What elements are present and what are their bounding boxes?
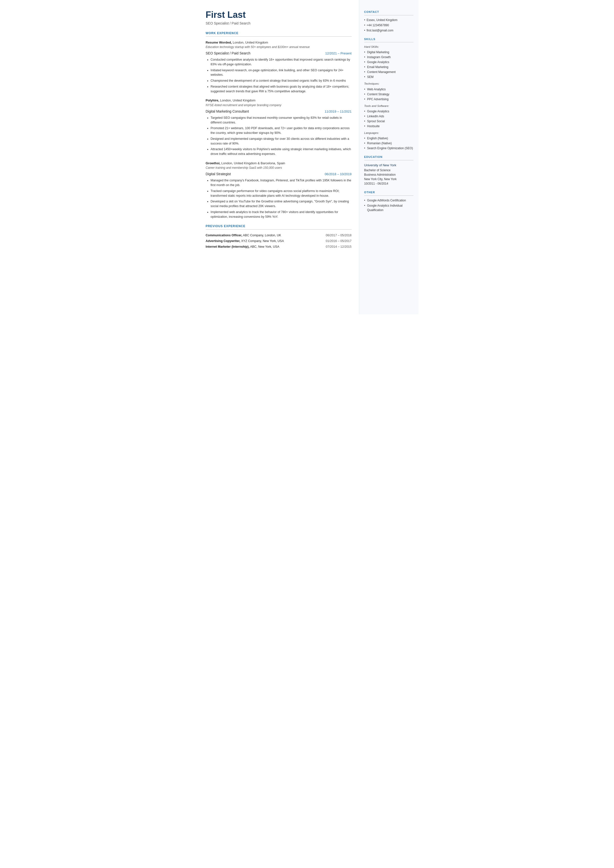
job-title-2: Digital Marketing Consultant <box>206 109 249 114</box>
contact-location: Essex, United Kingdom <box>364 18 414 22</box>
resume-page: First Last SEO Specialist / Paid Search … <box>196 0 419 314</box>
job-bullets-3: Managed the company's Facebook, Instagra… <box>206 178 352 219</box>
contact-email: first.last@gmail.com <box>364 28 414 33</box>
job-dates-3: 06/2018 – 10/2019 <box>325 172 351 177</box>
job-block-1: Resume Worded, London, United Kingdom Ed… <box>206 40 352 94</box>
right-column: CONTACT Essex, United Kingdom +44 123456… <box>359 0 419 314</box>
prev-exp-dates-3: 07/2014 – 12/2015 <box>326 244 351 249</box>
skill-item: Digital Marketing <box>364 50 414 54</box>
employer-desc-3: Career training and membership SaaS with… <box>206 166 352 170</box>
bullet-item: Promoted 21+ webinars, 100 PDF downloads… <box>211 126 352 135</box>
prev-exp-left-2: Advertising Copywriter, XYZ Company, New… <box>206 239 284 244</box>
job-title-row-2: Digital Marketing Consultant 11/2019 – 1… <box>206 109 352 114</box>
job-dates-2: 11/2019 – 11/2021 <box>325 109 351 114</box>
left-column: First Last SEO Specialist / Paid Search … <box>196 0 359 314</box>
job-dates-1: 12/2021 – Present <box>325 51 351 56</box>
bullet-item: Attracted 1450+weekly visitors to Polyhi… <box>211 147 352 156</box>
skill-item: Search Engine Optimization (SEO) <box>364 146 414 151</box>
job-bullets-1: Conducted competitive analysis to identi… <box>206 57 352 93</box>
job-title-1: SEO Specialist / Paid Search <box>206 51 251 56</box>
skill-item: English (Native) <box>364 136 414 141</box>
skill-item: Google Analytics <box>364 60 414 64</box>
bullet-item: Researched content strategies that align… <box>211 84 352 94</box>
prev-exp-dates-2: 01/2016 – 05/2017 <box>326 239 351 244</box>
hard-skills-label: Hard SKills: <box>364 45 414 49</box>
candidate-subtitle: SEO Specialist / Paid Search <box>206 21 352 26</box>
prev-exp-row-2: Advertising Copywriter, XYZ Company, New… <box>206 239 352 244</box>
other-list: Google AdWords Certification Google Anal… <box>364 198 414 212</box>
skills-section-title: SKILLS <box>364 37 414 43</box>
other-section-title: OTHER <box>364 190 414 196</box>
bullet-item: Managed the company's Facebook, Instagra… <box>211 178 352 188</box>
skill-item: Hootsuite <box>364 124 414 129</box>
edu-field: Business Administration <box>364 172 414 177</box>
prev-exp-dates-1: 06/2017 – 05/2018 <box>326 233 351 238</box>
other-item: Google Analytics Individual Qualificatio… <box>364 203 414 212</box>
skill-item: Sprout Social <box>364 119 414 123</box>
skill-item: LinkedIn Ads <box>364 114 414 118</box>
contact-section-title: CONTACT <box>364 10 414 16</box>
edu-dates: 10/2011 - 06/2014 <box>364 182 414 186</box>
skill-item: Google Analytics <box>364 109 414 113</box>
languages-label: Languages: <box>364 131 414 135</box>
contact-list: Essex, United Kingdom +44 1234567890 fir… <box>364 18 414 33</box>
edu-location: New York City, New York <box>364 177 414 182</box>
employer-name-2: Polyhire, London, United Kingdom <box>206 98 352 103</box>
job-title-3: Digital Strategist <box>206 171 231 177</box>
bullet-item: Initiated keyword research, on-page opti… <box>211 68 352 78</box>
work-experience-section-title: WORK EXPERIENCE <box>206 31 352 37</box>
bullet-item: Targeted SEO campaigns that increased mo… <box>211 116 352 125</box>
prev-exp-left-1: Communications Officer, ABC Company, Lon… <box>206 233 281 238</box>
skill-item: Email Marketing <box>364 65 414 69</box>
tools-list: Google Analytics LinkedIn Ads Sprout Soc… <box>364 109 414 129</box>
bullet-item: Designed and implemented campaign strate… <box>211 137 352 146</box>
bullet-item: Implemented web analytics to track the b… <box>211 210 352 219</box>
skill-item: Romanian (Native) <box>364 141 414 146</box>
other-item: Google AdWords Certification <box>364 198 414 203</box>
contact-phone: +44 1234567890 <box>364 23 414 28</box>
techniques-list: Web Analytics Content Strategy PPC Adver… <box>364 87 414 101</box>
employer-desc-1: Education technology startup with 50+ em… <box>206 45 352 49</box>
job-block-2: Polyhire, London, United Kingdom NYSE-li… <box>206 98 352 156</box>
job-title-row-3: Digital Strategist 06/2018 – 10/2019 <box>206 171 352 177</box>
skill-item: Instagram Growth <box>364 55 414 59</box>
skill-item: Content Management <box>364 70 414 74</box>
employer-name-3: Growthsi, London, United Kingdom & Barce… <box>206 161 352 166</box>
tools-label: Tools and Software: <box>364 104 414 108</box>
prev-exp-block: Communications Officer, ABC Company, Lon… <box>206 233 352 249</box>
job-bullets-2: Targeted SEO campaigns that increased mo… <box>206 116 352 156</box>
bullet-item: Tracked campaign performance for video c… <box>211 189 352 198</box>
techniques-label: Techniques: <box>364 82 414 86</box>
job-block-3: Growthsi, London, United Kingdom & Barce… <box>206 161 352 219</box>
employer-name-1: Resume Worded, London, United Kingdom <box>206 40 352 45</box>
skill-item: PPC Advertising <box>364 97 414 101</box>
edu-degree: Bachelor of Science <box>364 168 414 172</box>
languages-list: English (Native) Romanian (Native) Searc… <box>364 136 414 151</box>
job-title-row-1: SEO Specialist / Paid Search 12/2021 – P… <box>206 51 352 56</box>
prev-exp-row-3: Internet Marketer (Internship), ABC, New… <box>206 244 352 249</box>
prev-exp-section-title: PREVIOUS EXPERIENCE <box>206 224 352 230</box>
prev-exp-left-3: Internet Marketer (Internship), ABC, New… <box>206 244 279 249</box>
bullet-item: Conducted competitive analysis to identi… <box>211 57 352 67</box>
education-section-title: EDUCATION <box>364 155 414 160</box>
skill-item: SEM <box>364 75 414 79</box>
hard-skills-list: Digital Marketing Instagram Growth Googl… <box>364 50 414 79</box>
bullet-item: Developed a skit on YouTube for the Grow… <box>211 199 352 209</box>
skill-item: Web Analytics <box>364 87 414 92</box>
prev-exp-row-1: Communications Officer, ABC Company, Lon… <box>206 233 352 238</box>
employer-desc-2: NYSE-listed recruitment and employer bra… <box>206 103 352 107</box>
bullet-item: Championed the development of a content … <box>211 78 352 83</box>
skill-item: Content Strategy <box>364 92 414 96</box>
edu-school: University of New York <box>364 163 414 168</box>
candidate-name: First Last <box>206 10 352 20</box>
